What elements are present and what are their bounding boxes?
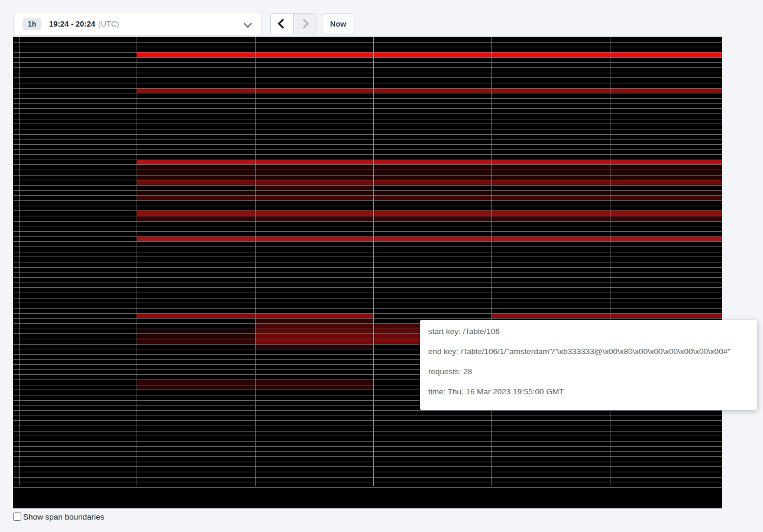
heat-band [137, 196, 722, 200]
heat-band [137, 180, 722, 185]
span-boundary-line [13, 308, 722, 309]
span-boundary-line [13, 200, 722, 201]
span-boundary-line [13, 277, 722, 278]
span-boundary-line [13, 88, 722, 89]
span-boundary-line [13, 456, 722, 457]
span-boundary-line [13, 262, 722, 262]
span-boundary-line [13, 431, 722, 432]
next-interval-button[interactable] [294, 14, 316, 34]
heat-band [137, 329, 255, 334]
heat-band [137, 160, 722, 165]
heat-band [137, 211, 722, 216]
span-boundary-line [13, 246, 722, 247]
heat-band [137, 53, 722, 57]
heat-band [137, 191, 722, 196]
time-nav-group [270, 13, 316, 34]
span-boundary-line [13, 466, 722, 467]
span-boundary-line [13, 134, 722, 135]
time-range-zone: (UTC) [98, 20, 119, 28]
span-boundary-line [13, 195, 722, 196]
heat-band [255, 186, 373, 190]
span-boundary-line [13, 477, 722, 478]
span-tooltip: start key: /Table/106 end key: /Table/10… [420, 320, 757, 410]
span-boundary-line [13, 283, 722, 283]
key-visualizer-heatmap[interactable] [13, 37, 722, 508]
span-boundary-line [13, 73, 722, 73]
tooltip-requests: requests: 28 [428, 368, 749, 376]
heat-band [137, 170, 722, 175]
span-boundary-line [13, 119, 722, 119]
span-boundary-line [13, 420, 722, 421]
span-boundary-line [13, 482, 722, 482]
heat-band [137, 334, 255, 339]
heat-band [137, 339, 255, 344]
span-boundary-line [13, 180, 722, 180]
span-boundary-line [13, 303, 722, 303]
span-boundary-line [13, 129, 722, 129]
span-boundary-line [13, 487, 722, 488]
span-boundary-line [13, 446, 722, 447]
span-boundary-line [13, 226, 722, 226]
span-boundary-line [13, 410, 722, 411]
span-boundary-line [13, 293, 722, 293]
span-boundary-line [13, 206, 722, 206]
time-gridline [492, 37, 492, 486]
span-boundary-line [13, 154, 722, 155]
time-range-text: 19:24 - 20:24 [49, 20, 95, 28]
span-boundary-line [13, 98, 722, 99]
span-boundary-line [13, 62, 722, 63]
heat-band [137, 89, 722, 93]
span-boundary-line [13, 144, 722, 145]
time-range-badge: 1h [22, 18, 41, 30]
span-boundary-line [13, 272, 722, 273]
span-boundary-line [13, 47, 722, 47]
heat-band [137, 165, 722, 170]
tooltip-start-key: start key: /Table/106 [428, 327, 749, 336]
span-boundary-line [13, 236, 722, 237]
span-boundary-line [13, 241, 722, 242]
span-boundary-line [13, 103, 722, 104]
span-boundary-line [13, 462, 722, 462]
span-boundary-line [13, 149, 722, 150]
heat-band [492, 314, 722, 319]
span-boundary-line [13, 170, 722, 170]
tooltip-time: time: Thu, 16 Mar 2023 19:55:00 GMT [428, 388, 749, 396]
span-boundary-line [13, 267, 722, 268]
time-range-select[interactable]: 1h 19:24 - 20:24 (UTC) [13, 12, 262, 36]
time-gridline [610, 37, 610, 486]
span-boundary-line [13, 164, 722, 165]
span-boundary-line [13, 52, 722, 53]
span-boundary-line [13, 175, 722, 176]
time-gridline [255, 37, 256, 486]
label-guide-line [20, 37, 20, 486]
span-boundary-line [13, 210, 722, 211]
span-boundary-line [13, 318, 722, 319]
show-span-boundaries-checkbox[interactable] [13, 512, 21, 521]
span-boundary-line [13, 108, 722, 109]
span-boundary-line [13, 216, 722, 216]
span-boundary-line [13, 185, 722, 186]
span-boundary-line [13, 37, 722, 37]
chevron-down-icon [244, 20, 252, 28]
show-span-boundaries-label: Show span boundaries [23, 512, 104, 521]
span-boundary-line [13, 436, 722, 436]
span-boundary-line [13, 83, 722, 83]
span-boundary-line [13, 124, 722, 124]
span-boundary-line [13, 57, 722, 58]
span-boundary-line [13, 77, 722, 78]
tooltip-end-key: end key: /Table/106/1/"amsterdam"/"\xb33… [428, 348, 749, 356]
heat-band [137, 216, 722, 221]
span-boundary-line [13, 451, 722, 452]
span-boundary-line [13, 42, 722, 43]
prev-interval-button[interactable] [271, 14, 294, 34]
span-boundary-line [13, 472, 722, 472]
heat-band [255, 345, 373, 349]
span-boundary-line [13, 93, 722, 93]
span-boundary-line [13, 313, 722, 314]
span-boundary-line [13, 252, 722, 252]
span-boundary-line [13, 298, 722, 299]
span-boundary-line [13, 231, 722, 232]
now-button[interactable]: Now [322, 13, 354, 34]
span-boundary-line [13, 221, 722, 222]
span-boundary-line [13, 160, 722, 160]
